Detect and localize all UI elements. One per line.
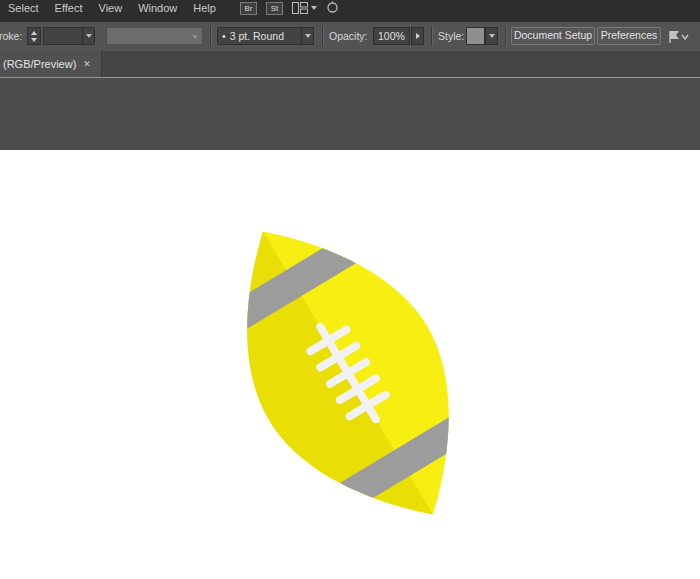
chevron-down-icon (192, 35, 198, 39)
panel-flyout-icon[interactable] (664, 27, 692, 45)
chevron-down-icon (305, 34, 311, 38)
chevron-down-icon (489, 34, 495, 38)
menu-view[interactable]: View (91, 1, 131, 15)
football-artwork[interactable] (177, 180, 518, 566)
chevron-down-icon (86, 34, 92, 38)
opacity-flyout-button[interactable] (411, 27, 424, 45)
document-tab-label: (RGB/Preview) (3, 58, 76, 70)
brush-definition-value: 3 pt. Round (230, 28, 284, 44)
menu-select[interactable]: Select (0, 1, 47, 15)
separator (431, 26, 432, 46)
document-tab-bar: (RGB/Preview) ✕ (0, 51, 700, 78)
menu-window[interactable]: Window (130, 1, 185, 15)
stock-button[interactable]: St (266, 2, 283, 15)
app-bar-tools: Br St (240, 1, 339, 15)
style-dropdown-button[interactable] (485, 27, 498, 45)
opacity-label: Opacity: (329, 30, 368, 42)
stroke-label: roke: (0, 30, 22, 42)
workspace-switcher-icon[interactable] (292, 2, 317, 14)
brush-definition-field[interactable]: • 3 pt. Round (217, 27, 302, 45)
preferences-button[interactable]: Preferences (597, 27, 661, 45)
artwork-layer (0, 150, 700, 579)
menu-help[interactable]: Help (185, 1, 224, 15)
chevron-right-icon (416, 33, 420, 39)
control-bar: roke: • 3 pt. Round Opacity: 100% Style:… (0, 22, 700, 52)
stroke-weight-stepper[interactable] (27, 27, 41, 45)
brush-dropdown-button[interactable] (301, 27, 314, 45)
document-tab[interactable]: (RGB/Preview) ✕ (0, 51, 102, 77)
layout-grid-icon (292, 2, 308, 14)
chevron-down-icon (311, 6, 317, 10)
menu-bar: Select Effect View Window Help Br St (0, 0, 700, 22)
brush-bullet: • (222, 28, 226, 44)
stroke-weight-input[interactable] (43, 27, 83, 45)
close-icon[interactable]: ✕ (83, 59, 91, 69)
bridge-button[interactable]: Br (240, 2, 257, 15)
separator (210, 26, 211, 46)
stepper-down-icon (31, 38, 37, 42)
style-label: Style: (438, 30, 464, 42)
menu-effect[interactable]: Effect (47, 1, 91, 15)
style-swatch[interactable] (466, 27, 485, 45)
separator (322, 26, 323, 46)
stepper-up-icon (31, 31, 37, 35)
opacity-input[interactable]: 100% (373, 27, 410, 45)
artboard-canvas[interactable] (0, 150, 700, 579)
stroke-weight-dropdown-button[interactable] (82, 27, 95, 45)
document-setup-button[interactable]: Document Setup (511, 27, 595, 45)
separator (505, 26, 506, 46)
sync-icon[interactable] (326, 1, 339, 16)
width-profile-dropdown[interactable] (106, 27, 203, 45)
pasteboard (0, 78, 700, 150)
